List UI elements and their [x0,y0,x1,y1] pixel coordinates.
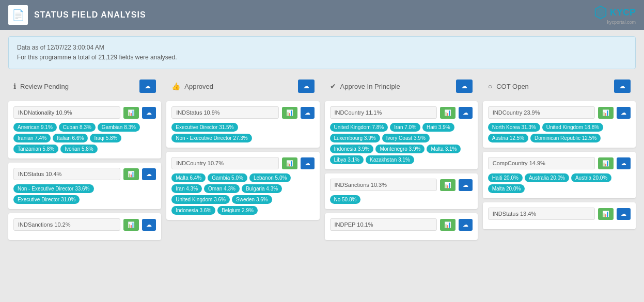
col-cloud-btn[interactable]: ☁ [614,80,631,93]
field-row: INDStatus 10.9% 📊 ☁ [171,106,314,119]
info-line1: Data as of 12/07/22 3:00:04 AM [17,43,627,53]
tag: Belgium 2.9% [217,206,258,215]
column-approve-in-principle: ✔ Approve In Principle ☁ INDCountry 11.1… [325,75,478,240]
tag: Haiti 3.9% [422,123,454,132]
col-header-left: ✔ Approve In Principle [330,82,400,90]
tag: Dominican Republic 12.5% [530,134,601,142]
card-review-pending-0: INDNationality 10.9% 📊 ☁ American 9.1%Cu… [8,101,161,158]
tag: Bulgaria 4.3% [242,184,282,193]
card-review-pending-2: INDSanctions 10.2% 📊 ☁ [8,213,161,240]
tags-container: American 9.1%Cuban 8.3%Gambian 8.3%Irani… [13,123,156,153]
field-row: INDSanctions 10.3% 📊 ☁ [330,179,473,191]
chart-btn[interactable]: 📊 [282,157,297,169]
tag: No 50.8% [330,195,361,204]
tag: Oman 4.3% [204,184,240,193]
tag: North Korea 31.3% [488,123,540,132]
cloud-btn[interactable]: ☁ [617,157,631,169]
tag: Luxembourg 3.9% [330,134,380,142]
col-header-approve-in-principle: ✔ Approve In Principle ☁ [325,75,478,97]
chart-btn[interactable]: 📊 [123,168,139,180]
tag: Malta 6.4% [171,173,206,182]
logo: KYCP [593,5,636,20]
tag: Libya 3.1% [330,155,364,164]
col-icon: ℹ [13,82,16,90]
cloud-btn[interactable]: ☁ [617,208,631,220]
cloud-btn[interactable]: ☁ [301,157,315,169]
card-approve-in-principle-2: INDPEP 10.1% 📊 ☁ [325,213,478,240]
field-name: INDStatus 10.9% [171,106,278,119]
field-name: INDCountry 23.9% [488,106,595,119]
tags-container: Executive Director 31.5%Non - Executive … [171,123,314,142]
field-name: INDStatus 13.4% [488,208,595,220]
tag: United Kingdom 18.8% [542,123,603,132]
col-title: Approve In Principle [340,83,400,90]
tag: Ivorian 5.8% [60,145,98,153]
cloud-btn[interactable]: ☁ [617,107,631,119]
card-approve-in-principle-1: INDSanctions 10.3% 📊 ☁ No 50.8% [325,173,478,209]
tag: Non - Executive Director 27.3% [171,134,252,142]
chart-btn[interactable]: 📊 [440,179,455,191]
chart-btn[interactable]: 📊 [123,219,139,231]
tags-container: North Korea 31.3%United Kingdom 18.8%Aus… [488,123,631,142]
tag: Gambia 5.0% [208,173,247,182]
tag: American 9.1% [13,123,57,132]
chart-btn[interactable]: 📊 [440,219,455,231]
tags-container: Haiti 20.0%Australia 20.0%Austria 20.0%M… [488,173,631,193]
field-name: INDStatus 10.4% [13,168,120,180]
cloud-btn[interactable]: ☁ [142,107,156,119]
card-cot-open-1: CompCountry 14.9% 📊 ☁ Haiti 20.0%Austral… [483,152,636,198]
tag: Kazakhstan 3.1% [366,155,414,164]
chart-btn[interactable]: 📊 [598,157,614,169]
tag: Executive Director 31.0% [13,195,80,204]
cloud-btn[interactable]: ☁ [142,168,156,180]
chart-btn[interactable]: 📊 [598,208,614,220]
logo-area: KYCP kycportal.com [593,5,636,25]
col-header-cot-open: ○ COT Open ☁ [483,75,636,97]
field-row: INDStatus 10.4% 📊 ☁ [13,168,156,180]
col-header-left: ℹ Review Pending [13,82,69,90]
tags-container: Malta 6.4%Gambia 5.0%Lebanon 5.0%Iran 4.… [171,173,314,215]
tag: Haiti 20.0% [488,173,523,182]
col-cloud-btn[interactable]: ☁ [298,80,315,93]
col-icon: ○ [488,82,492,90]
tag: Sweden 3.6% [232,195,272,204]
tag: Cuban 8.3% [59,123,96,132]
cloud-btn[interactable]: ☁ [142,219,156,231]
field-row: INDStatus 13.4% 📊 ☁ [488,208,631,220]
chart-btn[interactable]: 📊 [282,107,297,119]
cloud-btn[interactable]: ☁ [459,219,473,231]
col-cloud-btn[interactable]: ☁ [456,80,473,93]
app-icon: 📄 [8,5,28,25]
cloud-btn[interactable]: ☁ [459,179,473,191]
col-icon: ✔ [330,82,336,90]
field-name: INDCountry 11.1% [330,106,437,119]
col-header-approved: 👍 Approved ☁ [166,75,319,97]
cloud-btn[interactable]: ☁ [301,107,315,119]
tag: Gambian 8.3% [98,123,140,132]
col-cloud-btn[interactable]: ☁ [139,80,156,93]
tags-container: United Kingdom 7.8%Iran 7.0%Haiti 3.9%Lu… [330,123,473,164]
chart-btn[interactable]: 📊 [123,107,139,119]
chart-btn[interactable]: 📊 [598,107,614,119]
tag: Montenegro 3.9% [375,145,425,153]
info-line2: For this programme a total of 21,129 fie… [17,53,627,62]
tag: Non - Executive Director 33.6% [13,184,94,193]
info-bar: Data as of 12/07/22 3:00:04 AM For this … [8,36,636,69]
logo-icon [593,5,608,20]
svg-marker-1 [597,8,605,18]
col-title: Approved [184,83,213,90]
field-name: INDNationality 10.9% [13,106,120,119]
tags-container: No 50.8% [330,195,473,204]
column-cot-open: ○ COT Open ☁ INDCountry 23.9% 📊 ☁ North … [483,75,636,240]
tag: Iran 7.0% [390,123,420,132]
tag: Iranian 7.4% [13,134,51,142]
tag: Iraqi 5.8% [90,134,121,142]
field-row: INDCountry 10.7% 📊 ☁ [171,157,314,169]
card-review-pending-1: INDStatus 10.4% 📊 ☁ Non - Executive Dire… [8,163,161,209]
chart-btn[interactable]: 📊 [440,107,455,119]
tag: Austria 20.0% [571,173,611,182]
tag: Indonesia 3.6% [171,206,215,215]
field-name: INDSanctions 10.2% [13,218,120,231]
tag: Italian 6.6% [53,134,88,142]
cloud-btn[interactable]: ☁ [459,107,473,119]
